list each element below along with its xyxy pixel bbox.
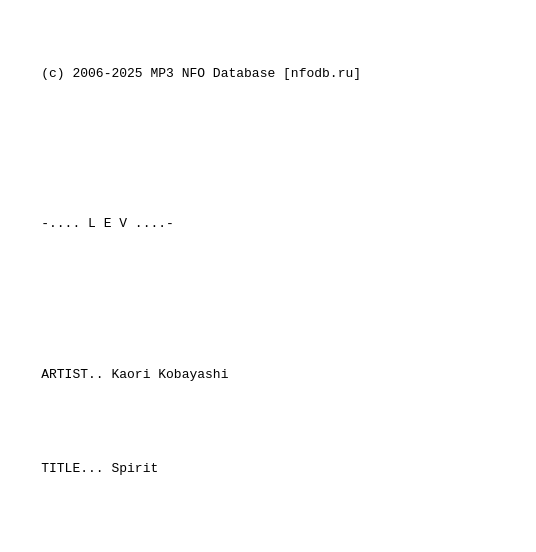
page-content: (c) 2006-2025 MP3 NFO Database [nfodb.ru… [10,8,526,552]
blank1 [10,140,526,159]
copyright-line: (c) 2006-2025 MP3 NFO Database [nfodb.ru… [10,46,526,103]
blank2 [10,291,526,310]
separator1: -.... L E V ....- [10,196,526,253]
copyright-text: (c) 2006-2025 MP3 NFO Database [nfodb.ru… [41,66,361,81]
artist-line: ARTIST.. Kaori Kobayashi [10,347,526,404]
title-line: TITLE... Spirit [10,441,526,498]
genre-line: GENRE... Fusion [10,536,526,552]
